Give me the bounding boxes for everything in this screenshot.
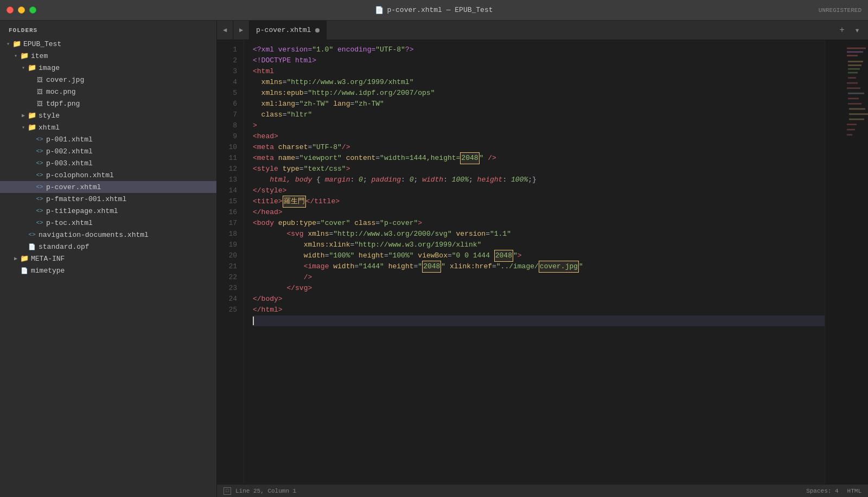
status-left: □ Line 25, Column 1 [224,487,296,495]
line-num-10: 10 [217,142,244,153]
line-num-16: 16 [217,207,244,218]
sidebar-item-nav-docs[interactable]: <> navigation-documents.xhtml [0,229,216,241]
code-editor[interactable]: 1 2 3 4 5 6 7 8 9 10 11 12 13 14 15 16 1… [217,40,868,484]
sidebar-item-moc-png[interactable]: 🖼 moc.png [0,86,216,98]
tab-bar: ◀ ▶ p-cover.xhtml + ▾ [217,21,868,40]
sidebar-item-p-fmatter[interactable]: <> p-fmatter-001.xhtml [0,193,216,205]
sidebar-item-item[interactable]: ▾ 📁 item [0,50,216,62]
sidebar-item-cover-jpg[interactable]: 🖼 cover.jpg [0,74,216,86]
code-line-15: <title>羅生門</title> [253,196,825,207]
sidebar-item-p-toc[interactable]: <> p-toc.xhtml [0,217,216,229]
window-title: 📄 p-cover.xhtml — EPUB_Test [375,6,493,15]
folder-icon: 📁 [20,254,29,263]
sidebar-item-label: standard.opf [39,243,90,251]
sidebar-item-label: p-003.xhtml [46,159,93,167]
line-num-3: 3 [217,66,244,77]
arrow-icon [27,77,35,83]
txt-file-icon: 📄 [27,243,37,250]
arrow-icon: ▾ [4,41,12,47]
code-line-24: </html> [253,305,825,315]
sidebar-item-standard-opf[interactable]: 📄 standard.opf [0,241,216,253]
code-line-8: > [253,120,825,131]
title-text: p-cover.xhtml — EPUB_Test [387,6,493,14]
maximize-button[interactable] [29,7,36,14]
sidebar-item-meta-inf[interactable]: ▶ 📁 META-INF [0,253,216,264]
editor-area: ◀ ▶ p-cover.xhtml + ▾ 1 2 3 4 5 6 7 8 [217,21,868,497]
sidebar-item-label: p-fmatter-001.xhtml [46,195,126,203]
tab-prev-button[interactable]: ◀ [217,21,233,40]
sidebar-item-p002[interactable]: <> p-002.xhtml [0,145,216,157]
line-num-8: 8 [217,120,244,131]
xml-file-icon: <> [35,208,44,214]
status-language: HTML [847,488,861,494]
sidebar-item-xhtml[interactable]: ▾ 📁 xhtml [0,121,216,133]
line-num-9: 9 [217,131,244,142]
minimize-button[interactable] [18,7,25,14]
sidebar-item-style[interactable]: ▶ 📁 style [0,109,216,121]
xml-file-icon: <> [35,184,44,190]
code-line-21b: /> [253,272,825,283]
close-button[interactable] [7,7,14,14]
sidebar-item-label: p-toc.xhtml [46,219,93,227]
line-num-4: 4 [217,77,244,88]
arrow-icon [20,244,27,250]
sidebar-item-p-cover[interactable]: <> p-cover.xhtml [0,181,216,193]
tab-next-button[interactable]: ▶ [233,21,250,40]
sidebar-item-image[interactable]: ▾ 📁 image [0,62,216,74]
sidebar-item-p-titlepage[interactable]: <> p-titlepage.xhtml [0,205,216,217]
arrow-icon [27,89,35,95]
arrow-icon: ▶ [12,255,20,262]
arrow-icon: ▾ [20,124,27,131]
tab-list-button[interactable]: ▾ [851,24,864,37]
status-bar: □ Line 25, Column 1 Spaces: 4 HTML [217,484,868,497]
arrow-icon [27,149,35,154]
line-num-19: 19 [217,240,244,250]
txt-file-icon: 📄 [20,267,29,274]
sidebar-item-label: p-colophon.xhtml [46,171,114,179]
sidebar-item-mimetype[interactable]: 📄 mimetype [0,264,216,276]
arrow-icon [27,172,35,178]
main-layout: FOLDERS ▾ 📁 EPUB_Test ▾ 📁 item ▾ 📁 image… [0,21,868,497]
arrow-icon: ▾ [20,64,27,71]
tab-p-cover[interactable]: p-cover.xhtml [250,21,327,40]
svg-rect-10 [848,93,864,94]
svg-rect-11 [848,98,859,99]
svg-rect-5 [848,68,860,70]
sidebar-item-label: moc.png [46,88,76,96]
sidebar-item-label: META-INF [31,255,65,263]
line-num-13: 13 [217,175,244,185]
folder-icon: 📁 [20,51,29,60]
sidebar-item-label: image [39,64,60,72]
sidebar-item-epub-test[interactable]: ▾ 📁 EPUB_Test [0,38,216,50]
sidebar-item-label: p-cover.xhtml [46,183,101,191]
status-position: Line 25, Column 1 [235,488,296,494]
sidebar-item-p-colophon[interactable]: <> p-colophon.xhtml [0,169,216,181]
svg-rect-9 [847,87,860,89]
line-num-2: 2 [217,55,244,66]
code-line-2: <!DOCTYPE html> [253,55,825,66]
sidebar-item-label: navigation-documents.xhtml [39,231,149,239]
unregistered-label: UNREGISTERED [819,7,861,14]
arrow-icon: ▾ [12,53,20,59]
sidebar-item-label: cover.jpg [46,76,84,84]
tab-add-button[interactable]: + [835,24,848,37]
sidebar-item-p001[interactable]: <> p-001.xhtml [0,133,216,145]
line-num-21: 21 [217,261,244,272]
image-file-icon: 🖼 [35,76,44,83]
code-content[interactable]: <?xml version="1.0" encoding="UTF-8"?> <… [244,40,825,484]
status-checkbox-icon: □ [224,487,231,495]
arrow-icon [27,160,35,166]
code-line-25 [253,315,825,326]
status-spaces: Spaces: 4 [806,488,838,494]
code-line-11: <meta name="viewport" content="width=144… [253,153,825,164]
arrow-icon [27,220,35,226]
code-line-20: width="100%" height="100%" viewBox="0 0 … [253,250,825,261]
code-line-12: <style type="text/css"> [253,164,825,175]
code-line-1: <?xml version="1.0" encoding="UTF-8"?> [253,44,825,55]
code-line-13: html, body { margin: 0; padding: 0; widt… [253,175,825,185]
svg-rect-14 [849,113,868,115]
code-line-21: <image width="1444" height="2048" xlink:… [253,261,825,272]
xml-file-icon: <> [35,148,44,154]
sidebar-item-p003[interactable]: <> p-003.xhtml [0,157,216,169]
sidebar-item-tdpf-png[interactable]: 🖼 tdpf.png [0,98,216,109]
